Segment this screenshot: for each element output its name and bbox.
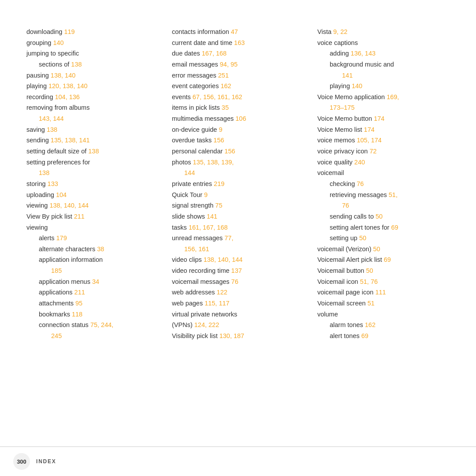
page-number: 105, 174 [357,137,381,144]
column-col3: Vista 9, 22voice captionsadding 136, 143… [317,26,450,429]
index-line: connection status 75, 244, [26,320,159,331]
index-line: 138 [26,167,159,178]
page-number: 138 [47,126,57,133]
index-line: voicemail page icon 111 [317,287,450,298]
page-number: 138, 140, 144 [204,256,243,263]
index-line: photos 135, 138, 139, [172,157,304,168]
index-line: Voicemail button 50 [317,265,450,276]
page-number: 120, 138, 140 [48,82,88,89]
page-number: 162 [365,321,376,328]
index-line: application information [26,254,159,265]
index-line: email messages 94, 95 [172,59,304,70]
index-line: voice quality 240 [317,157,450,168]
page-number: 119 [64,28,74,35]
page-number: 143, 144 [39,115,63,122]
page-number: 135, 138, 139, [193,159,234,166]
index-line: web pages 115, 117 [172,298,304,309]
page-number: 75, 244, [90,321,113,328]
index-line: alerts 179 [26,233,159,244]
page-number: 133 [48,180,58,187]
index-line: 143, 144 [26,113,159,124]
page-number: 141 [342,72,353,79]
index-line: application menus 34 [26,276,159,287]
index-line: Voicemail Alert pick list 69 [317,254,450,265]
page-number: 77, [224,234,233,242]
index-line: voicemail (Verizon) 50 [317,244,450,255]
index-line: contacts information 47 [172,26,304,37]
page-number: 34 [92,278,99,285]
index-line: error messages 251 [172,70,304,81]
index-line: events 67, 156, 161, 162 [172,92,304,103]
index-line: playing 120, 138, 140 [26,81,159,92]
index-line: alarm tones 162 [317,320,450,331]
footer: 300 INDEX [0,446,476,476]
page-number: 76 [231,278,238,285]
page-container: downloading 119grouping 140jumping to sp… [0,0,476,476]
page-number: 156 [224,148,235,155]
index-line: sending calls to 50 [317,211,450,222]
page-number: 135, 138, 141 [51,137,90,144]
index-line: (VPNs) 124, 222 [172,320,304,331]
page-number: 140 [53,39,63,46]
page-number: 47 [231,28,238,35]
column-col1: downloading 119grouping 140jumping to sp… [26,26,172,429]
index-line: applications 211 [26,287,159,298]
page-number: 9, 22 [333,28,347,35]
index-line: setting preferences for [26,157,159,168]
page-number: 35 [222,104,229,111]
index-line: multimedia messages 106 [172,113,304,124]
index-line: adding 136, 143 [317,48,450,59]
index-line: 173–175 [317,102,450,113]
index-line: recording 104, 136 [26,92,159,103]
index-line: sections of 138 [26,59,159,70]
index-line: Quick Tour 9 [172,190,304,201]
index-line: 76 [317,200,450,211]
page-number: 75 [215,202,222,209]
page-number: 174 [364,126,375,133]
index-line: items in pick lists 35 [172,102,304,113]
index-line: Voicemail screen 51 [317,298,450,309]
index-line: setting alert tones for 69 [317,222,450,233]
page-number: 122 [217,289,227,296]
page-number: 138 [88,148,99,155]
index-line: Voice Memo application 169, [317,92,450,103]
page-number: 251 [218,72,229,79]
page-number: 138, 140, 144 [49,202,89,209]
page-number: 179 [56,234,67,242]
page-number: 69 [361,332,368,339]
page-number: 219 [214,180,224,187]
index-line: removing from albums [26,102,159,113]
page-number: 111 [375,289,386,296]
page-number: 106 [235,115,246,122]
index-line: grouping 140 [26,37,159,48]
index-line: Visibility pick list 130, 187 [172,331,304,342]
index-line: voice privacy icon 72 [317,146,450,157]
index-line: due dates 167, 168 [172,48,304,59]
page-number: 94, 95 [220,61,238,68]
page-number: 51, 76 [360,278,378,285]
index-line: video clips 138, 140, 144 [172,254,304,265]
page-number: 167, 168 [202,50,227,57]
index-line: volume [317,309,450,320]
page-number: 138 [39,169,49,176]
page-number: 138, 140 [51,72,75,79]
page-number: 156, 161 [184,245,209,253]
index-line: signal strength 75 [172,200,304,211]
index-line: Voice Memo list 174 [317,124,450,135]
index-line: voicemail messages 76 [172,276,304,287]
index-line: private entries 219 [172,178,304,190]
index-line: 185 [26,265,159,276]
footer-label: INDEX [36,458,56,465]
index-line: pausing 138, 140 [26,70,159,81]
page-number: 50 [373,245,380,253]
page-number: 140 [352,82,362,89]
page-number: 137 [231,267,242,274]
index-line: tasks 161, 167, 168 [172,222,304,233]
index-line: downloading 119 [26,26,159,37]
index-line: video recording time 137 [172,265,304,276]
index-line: 156, 161 [172,244,304,255]
index-line: sending 135, 138, 141 [26,135,159,146]
index-line: setting default size of 138 [26,146,159,157]
index-line: virtual private networks [172,309,304,320]
page-number: 69 [384,256,391,263]
